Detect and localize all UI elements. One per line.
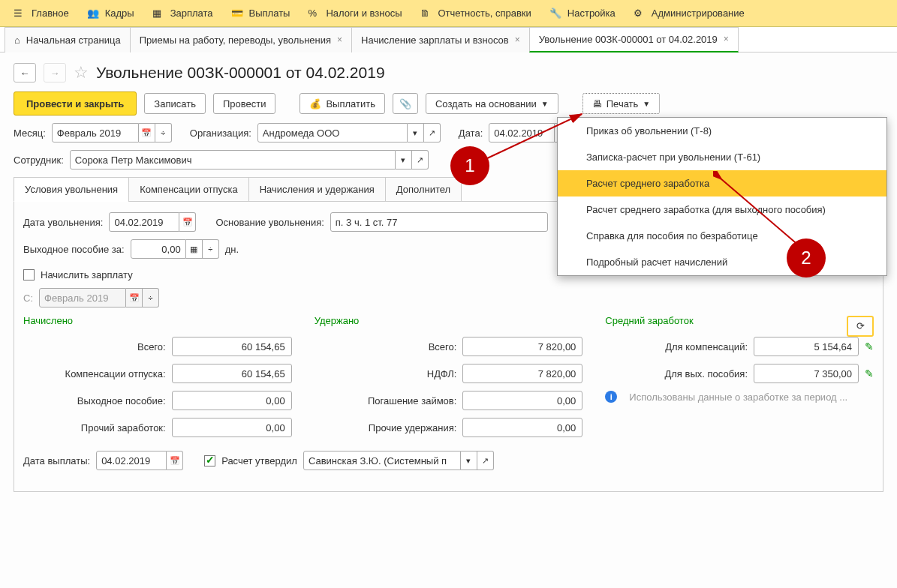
avg-comp-value[interactable]: 5 154,64 xyxy=(754,337,859,356)
tab-dismissal[interactable]: Увольнение 00ЗК-000001 от 04.02.2019× xyxy=(529,27,739,52)
document-icon: 🗎 xyxy=(420,8,432,20)
menu-salary[interactable]: ▦Зарплата xyxy=(143,0,222,27)
basis-input[interactable]: п. 3 ч. 1 ст. 77 xyxy=(330,212,548,232)
withheld-loan-value[interactable]: 0,00 xyxy=(462,391,582,410)
chevron-down-icon[interactable]: ▾ xyxy=(461,451,477,470)
wallet-icon: 💳 xyxy=(231,8,243,20)
refresh-button[interactable]: ⟳ xyxy=(847,316,874,337)
menu-payments[interactable]: 💳Выплаты xyxy=(222,0,300,27)
dismissal-date-label: Дата увольнения: xyxy=(23,217,103,228)
accrued-other-label: Прочий заработок: xyxy=(23,422,166,434)
close-icon[interactable]: × xyxy=(515,34,520,45)
chevron-down-icon[interactable]: ▾ xyxy=(408,123,424,142)
menu-taxes[interactable]: %Налоги и взносы xyxy=(299,0,411,27)
open-icon[interactable]: ↗ xyxy=(412,150,429,170)
close-icon[interactable]: × xyxy=(724,34,729,44)
edit-pencil-icon[interactable]: ✎ xyxy=(865,340,874,352)
chevron-down-icon: ▼ xyxy=(541,100,549,108)
tab-compensation[interactable]: Компенсации отпуска xyxy=(128,177,249,202)
menu-settings[interactable]: 🔧Настройка xyxy=(540,0,625,27)
menu-reports[interactable]: 🗎Отчетность, справки xyxy=(411,0,540,27)
nav-back-button[interactable]: ← xyxy=(14,63,36,82)
accrued-column: Начислено Всего:60 154,65 Компенсации от… xyxy=(23,315,292,445)
tab-hires[interactable]: Приемы на работу, переводы, увольнения× xyxy=(130,27,352,52)
chevron-down-icon[interactable]: ▾ xyxy=(396,150,412,170)
open-icon[interactable]: ↗ xyxy=(424,123,441,142)
tab-home[interactable]: ⌂Начальная страница xyxy=(5,27,131,52)
withheld-title: Удержано xyxy=(315,315,583,326)
print-button[interactable]: 🖶Печать ▼ xyxy=(582,93,661,114)
print-item-t8[interactable]: Приказ об увольнении (Т-8) xyxy=(558,118,886,144)
withheld-other-label: Прочие удержания: xyxy=(315,422,457,434)
tab-conditions[interactable]: Условия увольнения xyxy=(14,177,129,202)
create-based-button[interactable]: Создать на основании ▼ xyxy=(426,93,558,114)
cash-icon: 💰 xyxy=(309,98,321,110)
severance-label: Выходное пособие за: xyxy=(23,244,125,255)
menu-staff[interactable]: 👥Кадры xyxy=(78,0,143,27)
date-input[interactable]: 04.02.2019 xyxy=(489,123,555,142)
withheld-total-label: Всего: xyxy=(315,341,457,352)
open-icon[interactable]: ↗ xyxy=(477,451,494,470)
main-menu-bar: ☰Главное 👥Кадры ▦Зарплата 💳Выплаты %Нало… xyxy=(0,0,897,27)
accrued-total-value[interactable]: 60 154,65 xyxy=(172,337,292,356)
page-title: Увольнение 00ЗК-000001 от 04.02.2019 xyxy=(96,64,385,82)
org-input[interactable]: Андромеда ООО xyxy=(257,123,408,142)
write-button[interactable]: Записать xyxy=(144,93,206,114)
org-label: Организация: xyxy=(190,128,251,139)
employee-label: Сотрудник: xyxy=(14,154,64,166)
edit-pencil-icon[interactable]: ✎ xyxy=(865,368,874,380)
print-item-t61[interactable]: Записка-расчет при увольнении (Т-61) xyxy=(558,144,886,170)
print-item-avg-severance[interactable]: Расчет среднего заработка (для выходного… xyxy=(558,196,886,223)
home-icon: ⌂ xyxy=(14,34,20,46)
post-button[interactable]: Провести xyxy=(213,93,276,114)
print-item-detailed[interactable]: Подробный расчет начислений xyxy=(558,249,886,275)
withheld-other-value[interactable]: 0,00 xyxy=(462,418,582,437)
accrued-sev-value[interactable]: 0,00 xyxy=(172,391,292,410)
favorite-star-icon[interactable]: ☆ xyxy=(74,63,89,82)
approver-input[interactable]: Савинская З.Ю. (Системный п xyxy=(303,451,461,470)
approved-checkbox[interactable] xyxy=(204,455,215,466)
post-and-close-button[interactable]: Провести и закрыть xyxy=(14,92,137,116)
withheld-ndfl-label: НДФЛ: xyxy=(315,368,457,380)
tab-charges[interactable]: Начисления и удержания xyxy=(248,177,386,202)
accrued-comp-value[interactable]: 60 154,65 xyxy=(172,364,292,383)
calendar-icon[interactable]: 📅 xyxy=(179,212,196,232)
avg-sev-value[interactable]: 7 350,00 xyxy=(754,364,859,383)
paydate-input[interactable]: 04.02.2019 xyxy=(96,451,167,470)
dismissal-date-input[interactable]: 04.02.2019 xyxy=(109,212,179,232)
avg-comp-label: Для компенсаций: xyxy=(605,341,748,352)
menu-admin[interactable]: ⚙Администрирование xyxy=(625,0,754,27)
avg-sev-label: Для вых. пособия: xyxy=(605,368,748,380)
percent-icon: % xyxy=(308,8,320,20)
avg-info-text[interactable]: Использованы данные о заработке за перио… xyxy=(629,392,874,403)
calendar-icon[interactable]: 📅 xyxy=(139,123,155,142)
withheld-total-value[interactable]: 7 820,00 xyxy=(462,337,582,356)
spinner-icon: ÷ xyxy=(143,288,159,308)
from-label: С: xyxy=(23,292,33,304)
people-icon: 👥 xyxy=(87,8,99,20)
print-item-unemployment[interactable]: Справка для пособия по безработице xyxy=(558,223,886,249)
calendar-icon[interactable]: 📅 xyxy=(167,451,183,470)
accrue-salary-checkbox[interactable] xyxy=(23,269,35,280)
pay-button[interactable]: 💰Выплатить xyxy=(300,93,385,114)
print-dropdown-menu: Приказ об увольнении (Т-8) Записка-расче… xyxy=(557,117,887,276)
close-icon[interactable]: × xyxy=(337,34,342,45)
employee-input[interactable]: Сорока Петр Максимович xyxy=(70,150,396,170)
menu-main-hamburger[interactable]: ☰Главное xyxy=(5,0,78,27)
print-icon: 🖶 xyxy=(592,98,602,110)
month-input[interactable]: Февраль 2019 xyxy=(52,123,139,142)
accrued-other-value[interactable]: 0,00 xyxy=(172,418,292,437)
calculator-icon[interactable]: ▦ xyxy=(186,239,203,259)
tab-payroll[interactable]: Начисление зарплаты и взносов× xyxy=(351,27,530,52)
withheld-column: Удержано Всего:7 820,00 НДФЛ:7 820,00 По… xyxy=(315,315,583,445)
accrue-salary-label: Начислить зарплату xyxy=(41,269,133,280)
withheld-ndfl-value[interactable]: 7 820,00 xyxy=(462,364,582,383)
spinner-icon[interactable]: ÷ xyxy=(203,239,219,259)
tab-additional[interactable]: Дополнител xyxy=(385,177,462,202)
severance-days-input[interactable]: 0,00 xyxy=(131,239,186,259)
print-item-avg-earnings[interactable]: Расчет среднего заработка xyxy=(558,170,886,196)
nav-forward-button[interactable]: → xyxy=(44,63,66,82)
calendar-icon: 📅 xyxy=(126,288,143,308)
attach-button[interactable]: 📎 xyxy=(393,93,418,114)
spinner-icon[interactable]: ÷ xyxy=(155,123,172,142)
